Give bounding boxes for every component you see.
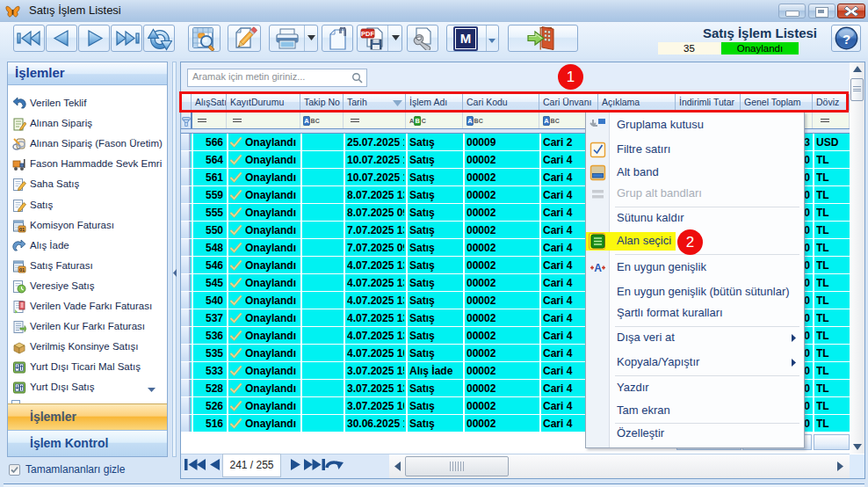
svg-text:01: 01 <box>19 266 25 272</box>
svg-text:BC: BC <box>551 118 560 124</box>
svg-text:A: A <box>467 117 473 125</box>
svg-text:01: 01 <box>19 226 25 231</box>
svg-text:A: A <box>594 262 602 274</box>
svg-text:BC: BC <box>474 118 483 124</box>
svg-text:A: A <box>409 118 414 124</box>
svg-text:A: A <box>304 117 309 125</box>
svg-text:?: ? <box>843 32 850 47</box>
svg-text:B: B <box>415 117 420 125</box>
svg-text:A: A <box>544 117 549 125</box>
svg-text:PDF: PDF <box>361 30 374 38</box>
svg-text:C: C <box>422 118 426 124</box>
svg-text:BC: BC <box>311 118 320 124</box>
